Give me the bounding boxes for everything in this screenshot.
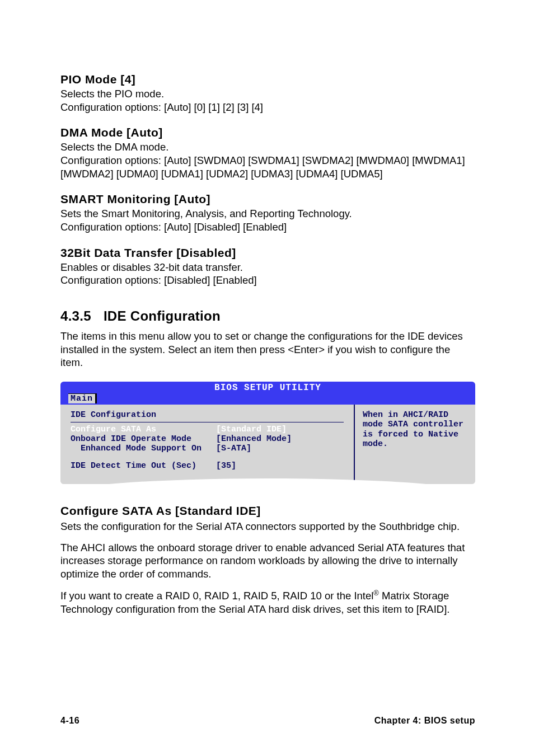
heading-number: 4.3.5 (60, 308, 91, 324)
registered-mark: ® (373, 589, 379, 597)
heading-title: IDE Configuration (104, 308, 221, 323)
bios-label: Onboard IDE Operate Mode (71, 434, 216, 444)
bios-value: [35] (216, 461, 344, 471)
bios-label: IDE Detect Time Out (Sec) (71, 461, 216, 471)
bios-value: [Enhanced Mode] (216, 434, 344, 444)
bios-value: [Standard IDE] (216, 425, 344, 434)
bios-subtitle: IDE Configuration (71, 410, 344, 420)
bios-tabbar: Main (60, 393, 475, 405)
bios-help-pane: When in AHCI/RAID mode SATA controller i… (355, 405, 475, 484)
text-dma-desc: Selects the DMA mode. (60, 140, 475, 154)
bios-box: BIOS SETUP UTILITY Main IDE Configuratio… (60, 382, 475, 484)
bios-body: IDE Configuration Configure SATA As [Sta… (60, 405, 475, 484)
bios-divider (71, 422, 344, 422)
bios-row-onboard-ide: Onboard IDE Operate Mode [Enhanced Mode] (71, 434, 344, 444)
bios-row-enhanced-mode: Enhanced Mode Support On [S-ATA] (71, 444, 344, 453)
heading-dma-mode: DMA Mode [Auto] (60, 126, 475, 139)
heading-configure-sata: Configure SATA As [Standard IDE] (60, 504, 475, 518)
text-configure-sata-p3: If you want to create a RAID 0, RAID 1, … (60, 589, 475, 616)
text-dma-opts: Configuration options: [Auto] [SWDMA0] [… (60, 154, 475, 180)
text-32bit-opts: Configuration options: [Disabled] [Enabl… (60, 274, 475, 287)
text-configure-sata-p2: The AHCI allows the onboard storage driv… (60, 541, 475, 581)
bios-left-pane: IDE Configuration Configure SATA As [Sta… (60, 405, 355, 484)
bios-tab-main: Main (68, 393, 97, 403)
text-smart-desc: Sets the Smart Monitoring, Analysis, and… (60, 207, 475, 220)
bios-label: Enhanced Mode Support On (71, 444, 216, 453)
bios-header: BIOS SETUP UTILITY (60, 382, 475, 393)
bios-row-ide-detect: IDE Detect Time Out (Sec) [35] (71, 461, 344, 471)
text-pio-desc: Selects the PIO mode. (60, 87, 475, 101)
heading-ide-configuration: 4.3.5IDE Configuration (60, 308, 475, 324)
footer-chapter: Chapter 4: BIOS setup (374, 716, 475, 726)
text-configure-sata-p1: Sets the configuration for the Serial AT… (60, 520, 475, 533)
bios-value: [S-ATA] (216, 444, 344, 453)
text-32bit-desc: Enables or disables 32-bit data transfer… (60, 261, 475, 274)
heading-pio-mode: PIO Mode [4] (60, 73, 475, 86)
page-footer: 4-16 Chapter 4: BIOS setup (60, 716, 475, 726)
footer-page-number: 4-16 (60, 716, 79, 726)
bios-label: Configure SATA As (71, 425, 216, 434)
text-smart-opts: Configuration options: [Auto] [Disabled]… (60, 220, 475, 234)
bios-screenshot: BIOS SETUP UTILITY Main IDE Configuratio… (60, 382, 475, 494)
text-ide-intro: The items in this menu allow you to set … (60, 330, 475, 369)
heading-32bit: 32Bit Data Transfer [Disabled] (60, 246, 475, 260)
heading-smart: SMART Monitoring [Auto] (60, 192, 475, 206)
text-fragment: If you want to create a RAID 0, RAID 1, … (60, 590, 373, 602)
text-pio-opts: Configuration options: [Auto] [0] [1] [2… (60, 101, 475, 114)
bios-row-configure-sata: Configure SATA As [Standard IDE] (71, 425, 344, 434)
